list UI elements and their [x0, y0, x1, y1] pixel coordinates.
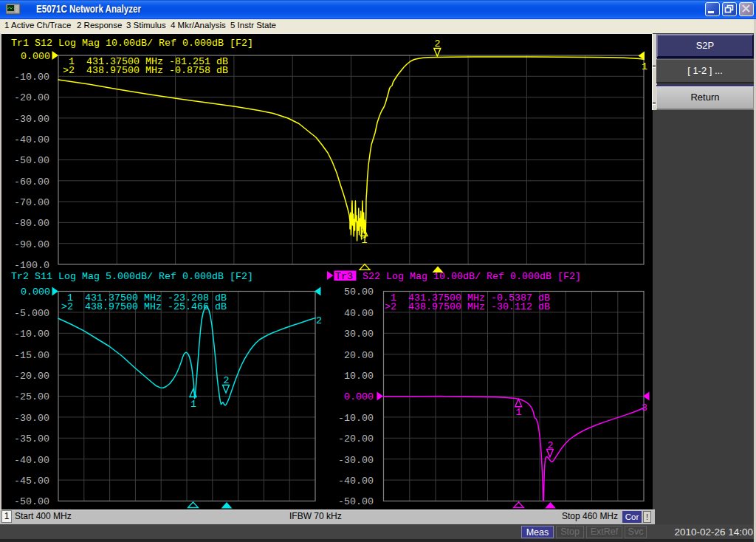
svg-text:S22 Log Mag 10.00dB/ Ref 0.000: S22 Log Mag 10.00dB/ Ref 0.000dB [F2] — [357, 271, 581, 282]
svg-text:-60.00: -60.00 — [14, 176, 49, 188]
svg-text:-80.00: -80.00 — [14, 218, 49, 229]
svg-text:0.000: 0.000 — [344, 391, 374, 402]
svg-text:-45.00: -45.00 — [14, 476, 49, 487]
svg-text:-40.00: -40.00 — [14, 455, 49, 466]
svg-text:>2 438.97500 MHz -30.112 dB: >2 438.97500 MHz -30.112 dB — [385, 301, 550, 312]
svg-text:40.00: 40.00 — [344, 308, 374, 319]
svg-text:50.00: 50.00 — [344, 287, 374, 298]
svg-text:-35.00: -35.00 — [14, 433, 49, 445]
svg-text:-25.00: -25.00 — [14, 391, 49, 402]
svg-text:-10.00: -10.00 — [338, 413, 374, 424]
svg-text:-70.00: -70.00 — [14, 197, 49, 208]
svg-text:-20.00: -20.00 — [14, 92, 49, 103]
svg-text:-10.00: -10.00 — [14, 329, 49, 340]
svg-text:1: 1 — [642, 61, 647, 72]
svg-text:-90.00: -90.00 — [14, 239, 49, 250]
svg-text:-50.00: -50.00 — [14, 155, 49, 166]
svg-text:2: 2 — [224, 375, 230, 386]
svg-text:-40.00: -40.00 — [14, 134, 49, 145]
svg-text:-20.00: -20.00 — [338, 433, 374, 445]
svg-text:-30.00: -30.00 — [338, 455, 374, 466]
svg-text:-10.00: -10.00 — [14, 72, 49, 83]
svg-text:0.000: 0.000 — [21, 287, 50, 298]
svg-text:-50.00: -50.00 — [338, 496, 374, 507]
svg-text:Tr1 S12 Log Mag 10.00dB/ Ref 0: Tr1 S12 Log Mag 10.00dB/ Ref 0.000dB [F2… — [11, 38, 253, 49]
svg-text:Tr3: Tr3 — [335, 271, 353, 282]
svg-text:-30.00: -30.00 — [14, 114, 49, 125]
svg-text:0.000: 0.000 — [21, 51, 50, 62]
svg-text:1: 1 — [516, 407, 522, 418]
svg-text:-5.000: -5.000 — [14, 308, 49, 319]
svg-text:2: 2 — [435, 38, 441, 49]
svg-text:3: 3 — [642, 402, 647, 414]
svg-text:30.00: 30.00 — [344, 329, 374, 340]
svg-text:2: 2 — [316, 315, 322, 326]
svg-text:1: 1 — [190, 399, 196, 410]
svg-text:-30.00: -30.00 — [14, 413, 49, 424]
svg-text:-50.00: -50.00 — [14, 496, 49, 507]
svg-text:-15.00: -15.00 — [14, 350, 49, 361]
svg-text:10.00: 10.00 — [344, 371, 374, 382]
svg-text:1: 1 — [362, 235, 368, 246]
svg-text:-20.00: -20.00 — [14, 371, 49, 382]
svg-text:>2 438.97500 MHz -0.8758 dB: >2 438.97500 MHz -0.8758 dB — [63, 65, 228, 76]
svg-text:2: 2 — [548, 440, 554, 451]
svg-text:-40.00: -40.00 — [338, 476, 374, 487]
svg-text:Tr2 S11 Log Mag 5.000dB/ Ref 0: Tr2 S11 Log Mag 5.000dB/ Ref 0.000dB [F2… — [11, 271, 253, 282]
svg-text:20.00: 20.00 — [344, 350, 374, 361]
svg-text:>2 438.97500 MHz -25.466 dB: >2 438.97500 MHz -25.466 dB — [61, 301, 227, 312]
svg-text:-100.0: -100.0 — [14, 260, 49, 271]
